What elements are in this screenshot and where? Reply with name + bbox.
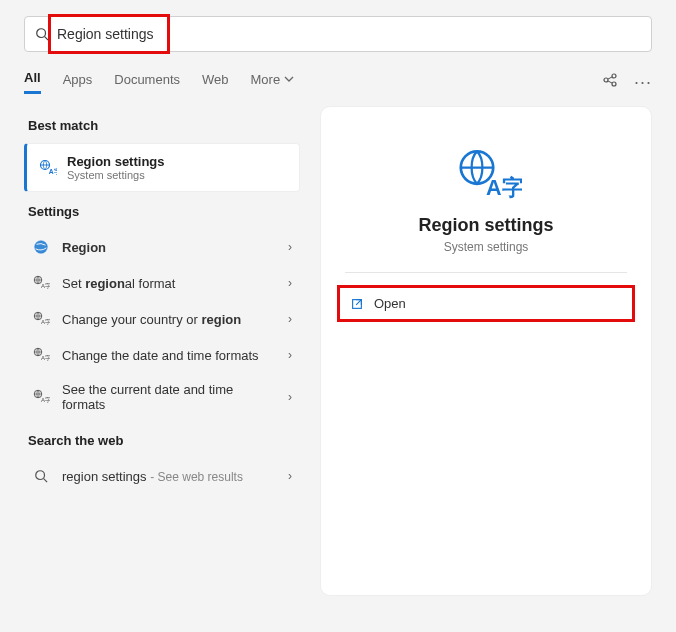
- row-label: Change the date and time formats: [62, 348, 276, 363]
- tab-more[interactable]: More: [251, 72, 295, 93]
- chevron-right-icon: ›: [288, 312, 292, 326]
- svg-text:A字: A字: [41, 396, 50, 403]
- tab-documents[interactable]: Documents: [114, 72, 180, 93]
- settings-heading: Settings: [28, 204, 300, 219]
- language-region-icon: A字: [32, 274, 50, 292]
- tab-apps[interactable]: Apps: [63, 72, 93, 93]
- search-input[interactable]: [57, 26, 641, 42]
- chevron-right-icon: ›: [288, 276, 292, 290]
- svg-text:A字: A字: [41, 354, 50, 361]
- open-button[interactable]: Open: [337, 285, 635, 322]
- language-region-icon: A字: [39, 159, 57, 177]
- svg-line-19: [44, 479, 48, 483]
- svg-point-2: [604, 78, 608, 82]
- svg-point-9: [35, 241, 48, 254]
- svg-point-18: [36, 471, 45, 480]
- row-label: See the current date and time formats: [62, 382, 276, 412]
- tab-web[interactable]: Web: [202, 72, 229, 93]
- settings-item-change-country[interactable]: A字 Change your country or region ›: [24, 301, 300, 337]
- svg-text:A字: A字: [49, 167, 57, 176]
- svg-line-1: [45, 37, 49, 41]
- globe-icon: [32, 238, 50, 256]
- preview-title: Region settings: [321, 215, 651, 236]
- preview-app-icon: A字: [450, 143, 522, 203]
- best-match-subtitle: System settings: [67, 169, 165, 181]
- row-label: Change your country or region: [62, 312, 276, 327]
- best-match-result[interactable]: A字 Region settings System settings: [24, 143, 300, 192]
- settings-item-region[interactable]: Region ›: [24, 229, 300, 265]
- search-icon: [34, 469, 48, 483]
- search-web-heading: Search the web: [28, 433, 300, 448]
- search-icon: [35, 27, 49, 41]
- preview-panel: A字 Region settings System settings Open: [320, 106, 652, 596]
- chevron-right-icon: ›: [288, 390, 292, 404]
- divider: [345, 272, 627, 273]
- settings-item-date-time-formats[interactable]: A字 Change the date and time formats ›: [24, 337, 300, 373]
- svg-text:A字: A字: [41, 318, 50, 325]
- svg-line-6: [608, 81, 612, 83]
- open-external-icon: [350, 297, 364, 311]
- row-label: Set regional format: [62, 276, 276, 291]
- open-label: Open: [374, 296, 406, 311]
- best-match-heading: Best match: [28, 118, 300, 133]
- language-region-icon: A字: [32, 388, 50, 406]
- search-box[interactable]: [24, 16, 652, 52]
- svg-point-4: [612, 82, 616, 86]
- chevron-right-icon: ›: [288, 348, 292, 362]
- row-label: Region: [62, 240, 276, 255]
- language-region-icon: A字: [32, 310, 50, 328]
- settings-item-regional-format[interactable]: A字 Set regional format ›: [24, 265, 300, 301]
- share-icon[interactable]: [602, 72, 618, 88]
- best-match-title: Region settings: [67, 154, 165, 169]
- web-result-item[interactable]: region settings - See web results ›: [24, 458, 300, 494]
- row-label: region settings - See web results: [62, 469, 276, 484]
- preview-subtitle: System settings: [321, 240, 651, 254]
- chevron-right-icon: ›: [288, 469, 292, 483]
- svg-point-0: [37, 29, 46, 38]
- svg-text:A字: A字: [41, 282, 50, 289]
- svg-text:A字: A字: [486, 175, 522, 200]
- language-region-icon: A字: [32, 346, 50, 364]
- settings-item-see-date-time[interactable]: A字 See the current date and time formats…: [24, 373, 300, 421]
- svg-line-5: [608, 77, 612, 79]
- chevron-down-icon: [284, 74, 294, 84]
- filter-tabs: All Apps Documents Web More ···: [24, 70, 652, 94]
- more-options-icon[interactable]: ···: [634, 72, 652, 93]
- chevron-right-icon: ›: [288, 240, 292, 254]
- svg-point-3: [612, 74, 616, 78]
- tab-all[interactable]: All: [24, 70, 41, 94]
